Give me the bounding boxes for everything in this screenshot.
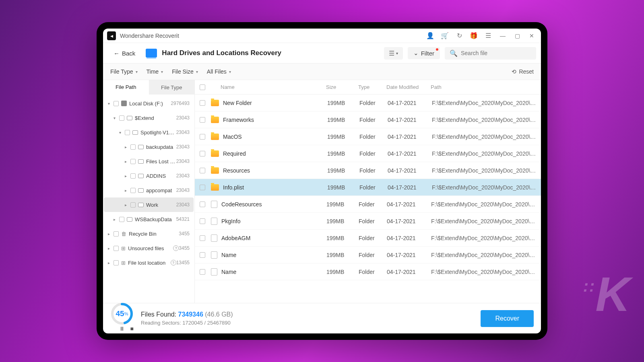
tree-checkbox[interactable] xyxy=(130,159,136,164)
row-checkbox[interactable] xyxy=(200,235,205,241)
account-icon[interactable]: 👤 xyxy=(425,31,436,41)
close-button[interactable]: ✕ xyxy=(526,31,537,41)
table-row[interactable]: Frameworks199MBFolder04-17-2021F:\$Exten… xyxy=(195,111,541,128)
row-checkbox[interactable] xyxy=(200,117,205,123)
tree-item[interactable]: ▾Spotlight-V10000...23043 xyxy=(104,125,194,140)
row-checkbox[interactable] xyxy=(200,202,205,207)
tree-caret-icon[interactable]: ▸ xyxy=(112,217,117,222)
tree-item[interactable]: ▸WSBackupData54321 xyxy=(104,212,194,226)
tree-checkbox[interactable] xyxy=(130,202,136,208)
folder-icon xyxy=(211,167,219,174)
row-checkbox[interactable] xyxy=(200,185,205,190)
tree-checkbox[interactable] xyxy=(114,260,119,265)
view-toggle[interactable]: ☰ ▾ xyxy=(384,47,403,60)
tree-checkbox[interactable] xyxy=(125,130,130,135)
refresh-icon[interactable]: ↻ xyxy=(454,31,464,41)
menu-icon[interactable]: ☰ xyxy=(483,31,493,41)
stop-button[interactable]: ■ xyxy=(130,325,134,332)
table-row[interactable]: CodeResources199MBFolder04-17-2021F:\$Ex… xyxy=(195,196,541,213)
help-icon[interactable]: ? xyxy=(173,245,179,251)
row-checkbox[interactable] xyxy=(200,218,205,224)
maximize-button[interactable]: ▢ xyxy=(512,31,522,41)
tree-item[interactable]: ▸⊞Unsourced files?3455 xyxy=(104,241,194,255)
table-row[interactable]: Info.plist199MBFolder04-17-2021F:\$Exten… xyxy=(195,179,541,196)
tree-caret-icon[interactable]: ▸ xyxy=(123,188,128,193)
col-path[interactable]: Path xyxy=(431,84,536,90)
tree-count: 23043 xyxy=(176,187,190,193)
percent-suffix: % xyxy=(124,311,128,316)
tree-checkbox[interactable] xyxy=(130,144,136,150)
search-input[interactable] xyxy=(461,50,531,56)
tree-checkbox[interactable] xyxy=(130,173,136,179)
pause-button[interactable]: ⏸ xyxy=(119,325,125,332)
tree-item[interactable]: ▸Files Lost Origi...23043 xyxy=(104,154,194,169)
cell-size: 199MB xyxy=(326,218,359,224)
col-date[interactable]: Date Modified xyxy=(386,84,431,90)
cell-path: F:\$Extend\MyDoc_2020\MyDoc_2020\M... xyxy=(431,235,536,241)
tree-caret-icon[interactable]: ▸ xyxy=(106,232,111,236)
tree-label: Local Disk (F:) xyxy=(129,101,171,107)
table-row[interactable]: Required199MBFolder04-17-2021F:\$Extend\… xyxy=(195,145,541,162)
tree-caret-icon[interactable]: ▾ xyxy=(112,116,117,120)
search-box[interactable]: 🔍 xyxy=(445,47,536,60)
table-row[interactable]: Resources199MBFolder04-17-2021F:\$Extend… xyxy=(195,162,541,179)
row-checkbox[interactable] xyxy=(200,134,205,140)
back-button[interactable]: ← Back xyxy=(108,47,141,59)
folder-icon xyxy=(127,116,132,120)
file-table-body[interactable]: New Folder199MBFolder04-17-2021F:\$Exten… xyxy=(195,95,541,303)
disk-icon xyxy=(121,101,127,106)
tree-caret-icon[interactable]: ▸ xyxy=(106,261,111,265)
tree-checkbox[interactable] xyxy=(114,101,119,106)
tree-checkbox[interactable] xyxy=(119,115,124,121)
reset-button[interactable]: ⟲ Reset xyxy=(512,68,534,75)
table-row[interactable]: New Folder199MBFolder04-17-2021F:\$Exten… xyxy=(195,95,541,111)
gift-icon[interactable]: 🎁 xyxy=(469,31,479,41)
tree-checkbox[interactable] xyxy=(114,231,119,237)
tree-item[interactable]: ▸Work23043 xyxy=(104,197,194,212)
tab-file-type[interactable]: File Type xyxy=(149,80,195,95)
row-checkbox[interactable] xyxy=(200,269,205,275)
tree-item[interactable]: ▾Local Disk (F:)2976493 xyxy=(104,96,194,111)
tree-checkbox[interactable] xyxy=(119,217,124,222)
row-checkbox[interactable] xyxy=(200,100,205,106)
row-checkbox[interactable] xyxy=(200,168,205,173)
tree-checkbox[interactable] xyxy=(130,188,136,193)
col-name[interactable]: Name xyxy=(221,84,326,90)
tree-caret-icon[interactable]: ▾ xyxy=(118,130,122,135)
table-row[interactable]: AdobeAGM199MBFolder04-17-2021F:\$Extend\… xyxy=(195,230,541,247)
col-size[interactable]: Size xyxy=(326,84,358,90)
tree-item[interactable]: ▸backupdata23043 xyxy=(104,140,194,154)
tree-item[interactable]: ▸⊞File lost location?13455 xyxy=(104,255,194,270)
table-row[interactable]: Name199MBFolder04-17-2021F:\$Extend\MyDo… xyxy=(195,263,541,280)
folder-tree[interactable]: ▾Local Disk (F:)2976493▾$Extend23043▾Spo… xyxy=(103,95,194,303)
tree-item[interactable]: ▸🗑Recycle Bin3455 xyxy=(104,226,194,241)
filter-allfiles[interactable]: All Files xyxy=(207,68,231,75)
tree-label: backupdata xyxy=(146,144,176,150)
filter-button[interactable]: ⌄ Filter xyxy=(408,47,440,59)
tree-checkbox[interactable] xyxy=(114,246,119,251)
col-type[interactable]: Type xyxy=(358,84,386,90)
table-row[interactable]: MacOS199MBFolder04-17-2021F:\$Extend\MyD… xyxy=(195,128,541,145)
cart-icon[interactable]: 🛒 xyxy=(440,31,450,41)
table-row[interactable]: Name199MBFolder04-17-2021F:\$Extend\MyDo… xyxy=(195,247,541,263)
table-row[interactable]: PkgInfo199MBFolder04-17-2021F:\$Extend\M… xyxy=(195,213,541,230)
help-icon[interactable]: ? xyxy=(171,260,176,265)
tree-caret-icon[interactable]: ▸ xyxy=(106,246,111,251)
tab-file-path[interactable]: File Path xyxy=(103,80,149,95)
tree-item[interactable]: ▸ADDINS23043 xyxy=(104,169,194,183)
filter-time[interactable]: Time xyxy=(147,68,163,75)
filter-filesize[interactable]: File Size xyxy=(172,68,198,75)
select-all-checkbox[interactable] xyxy=(200,84,205,90)
tree-caret-icon[interactable]: ▸ xyxy=(123,203,128,207)
row-checkbox[interactable] xyxy=(200,151,205,156)
tree-item[interactable]: ▸appcompat23043 xyxy=(104,183,194,197)
tree-caret-icon[interactable]: ▸ xyxy=(123,174,128,178)
row-checkbox[interactable] xyxy=(200,252,205,258)
minimize-button[interactable]: — xyxy=(497,31,508,41)
filter-filetype[interactable]: File Type xyxy=(110,68,138,75)
tree-caret-icon[interactable]: ▸ xyxy=(123,145,128,149)
tree-item[interactable]: ▾$Extend23043 xyxy=(104,111,194,125)
tree-caret-icon[interactable]: ▸ xyxy=(123,159,128,164)
tree-caret-icon[interactable]: ▾ xyxy=(106,101,111,106)
recover-button[interactable]: Recover xyxy=(481,310,534,327)
